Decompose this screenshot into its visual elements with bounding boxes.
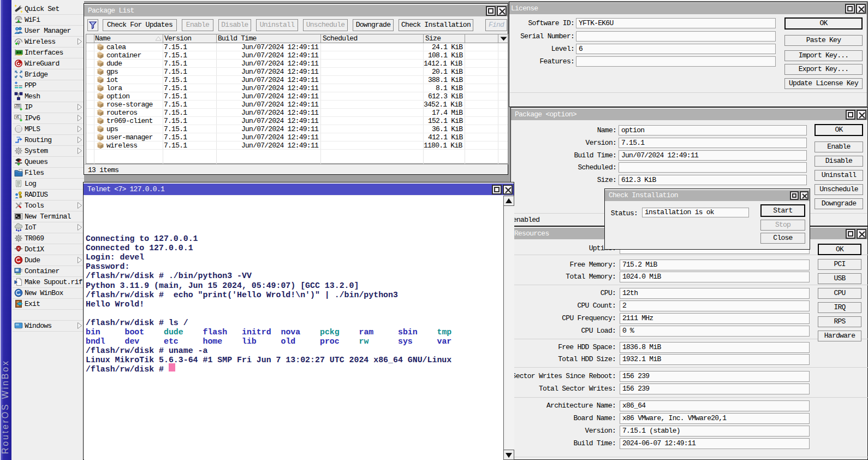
svg-text:255: 255 — [15, 104, 21, 108]
